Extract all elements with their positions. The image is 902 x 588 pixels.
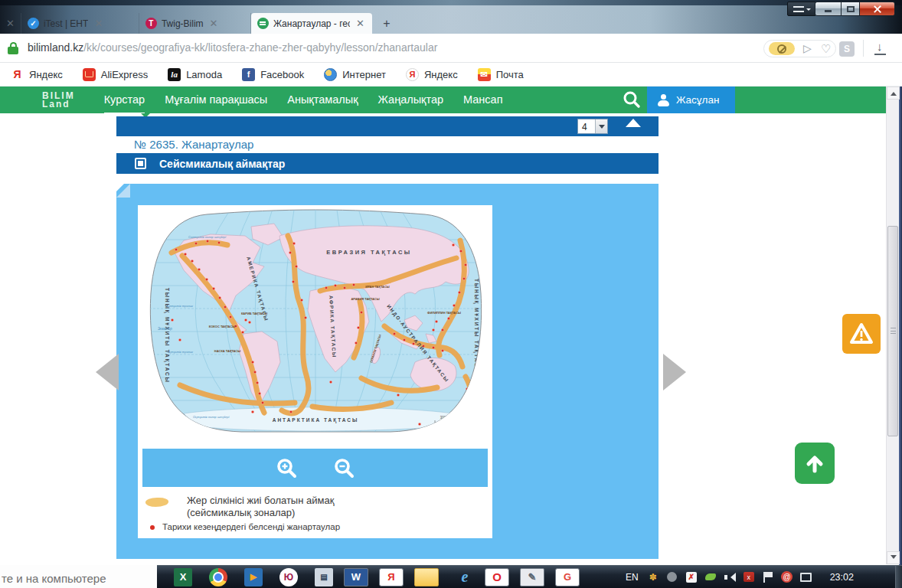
nav-zhanalyqtar[interactable]: Жаңалықтар (378, 87, 444, 114)
download-icon[interactable] (874, 41, 887, 55)
tray-flower-icon[interactable]: ✽ (647, 571, 659, 583)
tray-chart-error-icon[interactable]: x (743, 572, 754, 582)
taskbar-internet-explorer[interactable]: e (456, 568, 474, 586)
send-icon[interactable] (801, 44, 815, 54)
zoom-out-icon[interactable] (334, 458, 355, 479)
checkbox-icon[interactable] (135, 158, 146, 169)
show-desktop-button[interactable] (895, 566, 902, 588)
close-window-button[interactable] (860, 2, 895, 16)
page-scrollbar[interactable] (886, 87, 899, 564)
nav-mansap[interactable]: Мансап (463, 87, 502, 114)
lesson-title-link[interactable]: № 2635. Жанартаулар (134, 138, 253, 151)
address-actions: ♡ (763, 40, 836, 57)
new-tab-button[interactable]: + (377, 15, 397, 32)
page-number-value: 4 (578, 119, 595, 133)
system-tray: EN ✽ ✗ x @ 23:02 (626, 571, 854, 583)
bookmark-lamoda[interactable]: la Lamoda (168, 68, 222, 81)
scrollbar-thumb[interactable] (887, 226, 898, 436)
bookmark-label: Яндекс (424, 69, 458, 80)
taskbar-word[interactable]: W (344, 568, 368, 586)
tab-close-icon[interactable]: ✕ (355, 18, 366, 28)
tray-green-icon[interactable] (705, 573, 716, 580)
toolbar-divider (863, 40, 864, 57)
heart-icon[interactable]: ♡ (821, 42, 831, 56)
browser-menu-button[interactable] (787, 2, 816, 16)
seismic-world-map[interactable]: ЕВРАЗИЯ ТАҚТАСЫ АМЕРИКА ТАҚТАСЫ ТЫНЫҚ МҰ… (138, 205, 492, 443)
language-indicator[interactable]: EN (626, 572, 639, 583)
bilimland-logo[interactable]: BILIMLand (42, 92, 75, 109)
section-header[interactable]: Сейсмикалық аймақтар (116, 153, 659, 174)
tab-twig-bilim[interactable]: T Twig-Bilim ✕ (139, 13, 251, 34)
taskbar-chrome[interactable] (209, 568, 227, 586)
chevron-down-icon (806, 8, 811, 13)
user-account-button[interactable]: Жасұлан (647, 87, 735, 113)
taskbar-gif-tool[interactable]: G (555, 568, 580, 586)
bookmark-aliexpress[interactable]: AliExpress (83, 68, 148, 81)
legend-seismic: Жер сілкінісі жиі болатын аймақ (сейсмик… (145, 495, 334, 519)
url-text[interactable]: bilimland.kz/kk/courses/geografiya-kk/li… (28, 41, 437, 54)
bookmark-internet[interactable]: Интернет (324, 68, 386, 81)
bookmark-label: Яндекс (29, 69, 63, 80)
taskbar-graphics-editor[interactable]: ✎ (520, 568, 544, 586)
legend-volcanoes: Тарихи кезеңдердегі белсенді жанартаулар (145, 522, 340, 531)
scroll-to-top-button[interactable] (795, 443, 835, 484)
scrollbar-down-button[interactable] (887, 551, 900, 564)
tray-gray-icon[interactable] (667, 572, 677, 582)
svg-text:АРАВИЯ ТАҚТАСЫ: АРАВИЯ ТАҚТАСЫ (351, 297, 379, 301)
bookmark-yandex[interactable]: Я Яндекс (11, 68, 63, 81)
search-button[interactable] (622, 90, 642, 109)
bookmark-facebook[interactable]: f Facebook (242, 68, 304, 81)
network-icon[interactable] (800, 573, 812, 582)
eject-icon (626, 119, 641, 127)
clipped-tab-close-icon[interactable]: ✕ (0, 13, 21, 34)
report-error-button[interactable] (842, 314, 881, 354)
taskbar-opera[interactable]: O (485, 568, 509, 586)
speaker-icon[interactable] (724, 573, 735, 582)
extension-s-badge[interactable]: S (839, 41, 855, 57)
tab-close-icon[interactable]: ✕ (208, 18, 220, 28)
tab-zhanartaular-active[interactable]: Жанартаулар - географи ✕ (251, 13, 372, 34)
nav-kurstar[interactable]: Курстар (104, 87, 145, 114)
tab-title: iTest | ЕНТ (44, 18, 88, 29)
warning-icon (848, 322, 874, 346)
menu-icon (793, 6, 804, 12)
zoom-in-icon[interactable] (276, 458, 297, 479)
main-nav: Курстар Мұғалім парақшасы Анықтамалық Жа… (104, 87, 503, 114)
grip-icon (891, 328, 896, 334)
taskbar-clock[interactable]: 23:02 (830, 572, 854, 583)
close-icon (873, 5, 881, 13)
tray-at-icon[interactable]: @ (781, 571, 793, 583)
tab-itest[interactable]: ✓ iTest | ЕНТ ✕ (21, 13, 139, 34)
taskbar-explorer[interactable] (414, 568, 439, 586)
select-dropdown-button[interactable] (595, 119, 607, 133)
minimize-button[interactable] (815, 2, 842, 16)
flag-icon[interactable] (763, 572, 773, 583)
url-path: /kk/courses/geografiya-kk/litosfera-zhan… (83, 41, 437, 54)
taskbar-program-window[interactable]: ▤ (315, 568, 333, 586)
fullscreen-button[interactable] (622, 117, 645, 136)
taskbar-yandex-browser[interactable]: Я (379, 568, 404, 586)
blocked-ads-button[interactable] (769, 42, 795, 55)
legend-line: Жер сілкінісі жиі болатын аймақ (187, 495, 334, 507)
section-title: Сейсмикалық аймақтар (159, 158, 285, 170)
page-number-select[interactable]: 4 (577, 119, 608, 134)
nav-anyqtamalyq[interactable]: Анықтамалық (287, 87, 358, 114)
tab-close-icon[interactable]: ✕ (93, 18, 104, 28)
prev-arrow-icon[interactable] (96, 354, 119, 390)
nav-mugalim-paraqshasy[interactable]: Мұғалім парақшасы (165, 87, 267, 114)
bookmark-yandex-2[interactable]: Я Яндекс (406, 68, 458, 81)
scrollbar-up-button[interactable] (887, 87, 900, 100)
tray-error-icon[interactable]: ✗ (686, 572, 697, 583)
next-arrow-icon[interactable] (663, 354, 686, 390)
svg-text:ФИЛИППИН ТАҚТАСЫ: ФИЛИППИН ТАҚТАСЫ (427, 311, 461, 315)
bookmark-mail[interactable]: Почта (478, 68, 524, 81)
corner-cut (116, 184, 124, 191)
maximize-button[interactable] (842, 2, 860, 16)
slide-panel: ЕВРАЗИЯ ТАҚТАСЫ АМЕРИКА ТАҚТАСЫ ТЫНЫҚ МҰ… (116, 184, 659, 559)
svg-text:Солтүстік поляр шеңбері: Солтүстік поляр шеңбері (188, 235, 226, 239)
taskbar-youtube-ru[interactable]: Ю (279, 568, 298, 586)
taskbar-excel[interactable]: X (174, 568, 192, 586)
taskbar-media-player[interactable]: ▶ (244, 568, 263, 586)
lock-icon[interactable] (8, 42, 18, 54)
tab-strip: ✕ ✓ iTest | ЕНТ ✕ T Twig-Bilim ✕ Жанарта… (0, 13, 902, 34)
